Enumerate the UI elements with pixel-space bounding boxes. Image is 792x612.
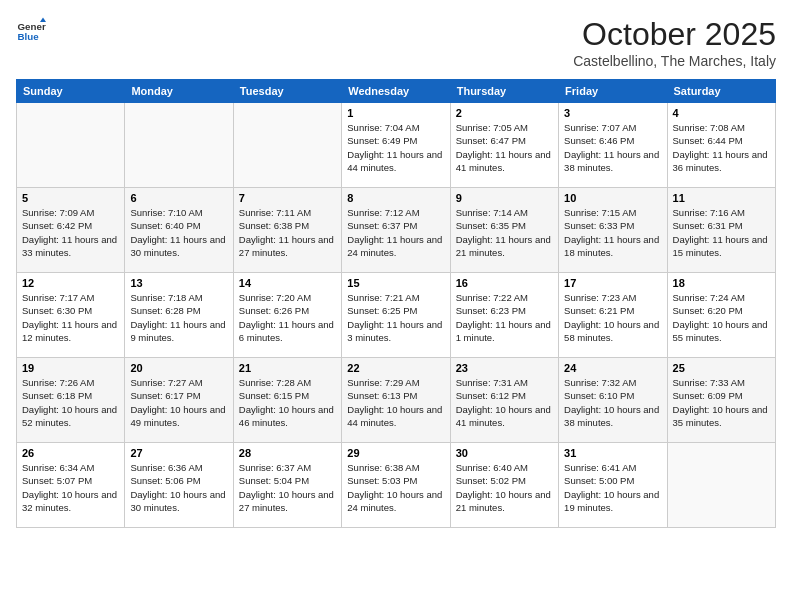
day-number: 7: [239, 192, 336, 204]
day-info: Sunrise: 7:26 AM Sunset: 6:18 PM Dayligh…: [22, 376, 119, 429]
day-info: Sunrise: 7:11 AM Sunset: 6:38 PM Dayligh…: [239, 206, 336, 259]
day-info: Sunrise: 7:32 AM Sunset: 6:10 PM Dayligh…: [564, 376, 661, 429]
day-info: Sunrise: 6:36 AM Sunset: 5:06 PM Dayligh…: [130, 461, 227, 514]
day-number: 17: [564, 277, 661, 289]
month-title: October 2025: [573, 16, 776, 53]
day-number: 27: [130, 447, 227, 459]
day-info: Sunrise: 6:37 AM Sunset: 5:04 PM Dayligh…: [239, 461, 336, 514]
calendar-cell: [233, 103, 341, 188]
calendar-cell: 21Sunrise: 7:28 AM Sunset: 6:15 PM Dayli…: [233, 358, 341, 443]
day-info: Sunrise: 7:21 AM Sunset: 6:25 PM Dayligh…: [347, 291, 444, 344]
day-info: Sunrise: 7:33 AM Sunset: 6:09 PM Dayligh…: [673, 376, 770, 429]
day-number: 15: [347, 277, 444, 289]
day-number: 9: [456, 192, 553, 204]
calendar-cell: 2Sunrise: 7:05 AM Sunset: 6:47 PM Daylig…: [450, 103, 558, 188]
calendar-cell: 1Sunrise: 7:04 AM Sunset: 6:49 PM Daylig…: [342, 103, 450, 188]
calendar-cell: 18Sunrise: 7:24 AM Sunset: 6:20 PM Dayli…: [667, 273, 775, 358]
day-info: Sunrise: 7:31 AM Sunset: 6:12 PM Dayligh…: [456, 376, 553, 429]
calendar-cell: 22Sunrise: 7:29 AM Sunset: 6:13 PM Dayli…: [342, 358, 450, 443]
weekday-header: Sunday: [17, 80, 125, 103]
day-info: Sunrise: 7:20 AM Sunset: 6:26 PM Dayligh…: [239, 291, 336, 344]
day-number: 21: [239, 362, 336, 374]
day-info: Sunrise: 7:05 AM Sunset: 6:47 PM Dayligh…: [456, 121, 553, 174]
day-number: 6: [130, 192, 227, 204]
calendar-cell: 29Sunrise: 6:38 AM Sunset: 5:03 PM Dayli…: [342, 443, 450, 528]
calendar-cell: 4Sunrise: 7:08 AM Sunset: 6:44 PM Daylig…: [667, 103, 775, 188]
svg-text:Blue: Blue: [18, 31, 40, 42]
calendar-cell: 28Sunrise: 6:37 AM Sunset: 5:04 PM Dayli…: [233, 443, 341, 528]
day-info: Sunrise: 7:16 AM Sunset: 6:31 PM Dayligh…: [673, 206, 770, 259]
day-number: 13: [130, 277, 227, 289]
calendar-cell: 6Sunrise: 7:10 AM Sunset: 6:40 PM Daylig…: [125, 188, 233, 273]
calendar-cell: 23Sunrise: 7:31 AM Sunset: 6:12 PM Dayli…: [450, 358, 558, 443]
calendar-cell: 13Sunrise: 7:18 AM Sunset: 6:28 PM Dayli…: [125, 273, 233, 358]
day-info: Sunrise: 7:08 AM Sunset: 6:44 PM Dayligh…: [673, 121, 770, 174]
calendar-cell: [17, 103, 125, 188]
calendar-cell: 14Sunrise: 7:20 AM Sunset: 6:26 PM Dayli…: [233, 273, 341, 358]
day-info: Sunrise: 6:41 AM Sunset: 5:00 PM Dayligh…: [564, 461, 661, 514]
calendar-week: 5Sunrise: 7:09 AM Sunset: 6:42 PM Daylig…: [17, 188, 776, 273]
day-info: Sunrise: 7:09 AM Sunset: 6:42 PM Dayligh…: [22, 206, 119, 259]
day-number: 31: [564, 447, 661, 459]
svg-marker-2: [40, 18, 46, 23]
day-number: 11: [673, 192, 770, 204]
calendar-cell: 11Sunrise: 7:16 AM Sunset: 6:31 PM Dayli…: [667, 188, 775, 273]
day-info: Sunrise: 7:14 AM Sunset: 6:35 PM Dayligh…: [456, 206, 553, 259]
calendar-cell: 15Sunrise: 7:21 AM Sunset: 6:25 PM Dayli…: [342, 273, 450, 358]
day-info: Sunrise: 7:15 AM Sunset: 6:33 PM Dayligh…: [564, 206, 661, 259]
day-number: 29: [347, 447, 444, 459]
header: General Blue October 2025 Castelbellino,…: [16, 16, 776, 69]
day-number: 28: [239, 447, 336, 459]
day-number: 4: [673, 107, 770, 119]
weekday-header: Friday: [559, 80, 667, 103]
calendar-cell: [667, 443, 775, 528]
day-info: Sunrise: 7:28 AM Sunset: 6:15 PM Dayligh…: [239, 376, 336, 429]
day-number: 5: [22, 192, 119, 204]
logo: General Blue: [16, 16, 46, 46]
day-info: Sunrise: 6:40 AM Sunset: 5:02 PM Dayligh…: [456, 461, 553, 514]
calendar-cell: 8Sunrise: 7:12 AM Sunset: 6:37 PM Daylig…: [342, 188, 450, 273]
day-number: 20: [130, 362, 227, 374]
calendar-cell: 16Sunrise: 7:22 AM Sunset: 6:23 PM Dayli…: [450, 273, 558, 358]
title-area: October 2025 Castelbellino, The Marches,…: [573, 16, 776, 69]
day-info: Sunrise: 7:29 AM Sunset: 6:13 PM Dayligh…: [347, 376, 444, 429]
calendar-table: SundayMondayTuesdayWednesdayThursdayFrid…: [16, 79, 776, 528]
day-number: 19: [22, 362, 119, 374]
day-number: 3: [564, 107, 661, 119]
weekday-header: Saturday: [667, 80, 775, 103]
day-number: 1: [347, 107, 444, 119]
calendar-cell: 26Sunrise: 6:34 AM Sunset: 5:07 PM Dayli…: [17, 443, 125, 528]
day-info: Sunrise: 7:22 AM Sunset: 6:23 PM Dayligh…: [456, 291, 553, 344]
day-number: 26: [22, 447, 119, 459]
day-number: 25: [673, 362, 770, 374]
calendar-cell: 19Sunrise: 7:26 AM Sunset: 6:18 PM Dayli…: [17, 358, 125, 443]
calendar-cell: 25Sunrise: 7:33 AM Sunset: 6:09 PM Dayli…: [667, 358, 775, 443]
day-info: Sunrise: 7:27 AM Sunset: 6:17 PM Dayligh…: [130, 376, 227, 429]
calendar-cell: 20Sunrise: 7:27 AM Sunset: 6:17 PM Dayli…: [125, 358, 233, 443]
calendar-week: 19Sunrise: 7:26 AM Sunset: 6:18 PM Dayli…: [17, 358, 776, 443]
calendar-week: 12Sunrise: 7:17 AM Sunset: 6:30 PM Dayli…: [17, 273, 776, 358]
calendar-cell: [125, 103, 233, 188]
calendar-cell: 30Sunrise: 6:40 AM Sunset: 5:02 PM Dayli…: [450, 443, 558, 528]
calendar-cell: 24Sunrise: 7:32 AM Sunset: 6:10 PM Dayli…: [559, 358, 667, 443]
day-number: 14: [239, 277, 336, 289]
calendar-cell: 5Sunrise: 7:09 AM Sunset: 6:42 PM Daylig…: [17, 188, 125, 273]
day-info: Sunrise: 7:18 AM Sunset: 6:28 PM Dayligh…: [130, 291, 227, 344]
day-number: 22: [347, 362, 444, 374]
day-info: Sunrise: 7:12 AM Sunset: 6:37 PM Dayligh…: [347, 206, 444, 259]
day-info: Sunrise: 7:10 AM Sunset: 6:40 PM Dayligh…: [130, 206, 227, 259]
calendar-header: SundayMondayTuesdayWednesdayThursdayFrid…: [17, 80, 776, 103]
day-info: Sunrise: 7:04 AM Sunset: 6:49 PM Dayligh…: [347, 121, 444, 174]
day-info: Sunrise: 7:24 AM Sunset: 6:20 PM Dayligh…: [673, 291, 770, 344]
calendar-cell: 3Sunrise: 7:07 AM Sunset: 6:46 PM Daylig…: [559, 103, 667, 188]
day-info: Sunrise: 6:38 AM Sunset: 5:03 PM Dayligh…: [347, 461, 444, 514]
calendar-cell: 12Sunrise: 7:17 AM Sunset: 6:30 PM Dayli…: [17, 273, 125, 358]
day-number: 12: [22, 277, 119, 289]
weekday-header: Monday: [125, 80, 233, 103]
weekday-header: Wednesday: [342, 80, 450, 103]
calendar-cell: 27Sunrise: 6:36 AM Sunset: 5:06 PM Dayli…: [125, 443, 233, 528]
day-info: Sunrise: 7:23 AM Sunset: 6:21 PM Dayligh…: [564, 291, 661, 344]
calendar-week: 1Sunrise: 7:04 AM Sunset: 6:49 PM Daylig…: [17, 103, 776, 188]
calendar-cell: 9Sunrise: 7:14 AM Sunset: 6:35 PM Daylig…: [450, 188, 558, 273]
weekday-header: Thursday: [450, 80, 558, 103]
